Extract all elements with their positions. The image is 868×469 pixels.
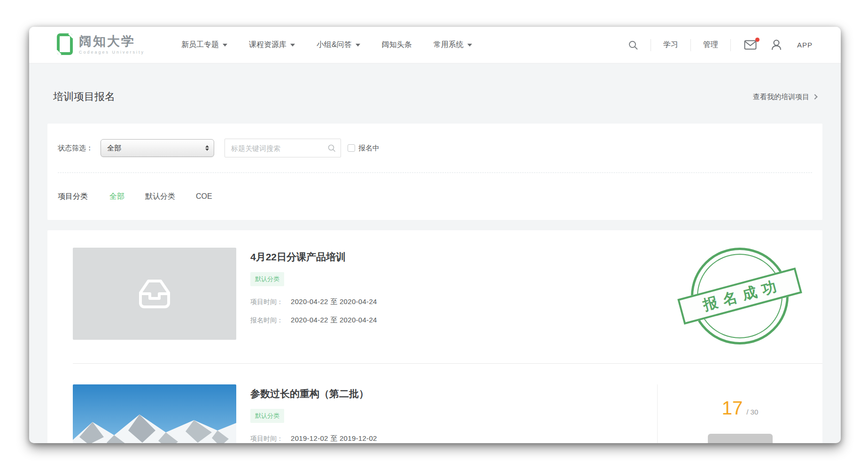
chevron-down-icon xyxy=(223,44,227,47)
status-select[interactable]: 全部 xyxy=(101,139,214,157)
app-link[interactable]: APP xyxy=(797,41,813,49)
chevron-right-icon xyxy=(812,94,817,99)
divider xyxy=(730,39,731,51)
nav-item-new-employee[interactable]: 新员工专题 xyxy=(181,40,227,50)
enrolling-checkbox[interactable] xyxy=(348,144,355,152)
messages-icon[interactable] xyxy=(744,40,757,50)
divider xyxy=(651,39,651,51)
status-filter-label: 状态筛选： xyxy=(58,144,93,153)
enrolled-success-stamp: 报名成功 xyxy=(691,248,789,344)
project-time-label: 项目时间： xyxy=(250,435,283,443)
project-category-tag: 默认分类 xyxy=(250,409,284,423)
capacity-count: / 30 xyxy=(746,408,758,416)
project-thumbnail-mountains[interactable] xyxy=(73,384,236,443)
main-nav: 新员工专题 课程资源库 小组&问答 阔知头条 常用系统 xyxy=(181,40,472,50)
chevron-down-icon xyxy=(467,44,472,47)
enrolling-checkbox-label: 报名中 xyxy=(358,144,380,153)
project-time-value: 2019-12-02 至 2019-12-02 xyxy=(291,434,377,443)
nav-item-groups-qa[interactable]: 小组&问答 xyxy=(317,40,360,50)
category-label: 项目分类 xyxy=(58,192,88,202)
page-title: 培训项目报名 xyxy=(53,90,115,104)
study-link[interactable]: 学习 xyxy=(663,40,678,50)
enroll-time-value: 2020-04-22 至 2020-04-24 xyxy=(291,316,377,325)
brand-name: 阔知大学 xyxy=(79,35,145,48)
user-profile-icon[interactable] xyxy=(771,39,782,51)
project-category-tag: 默认分类 xyxy=(250,272,284,286)
project-row: 4月22日分课产品培训 默认分类 项目时间： 2020-04-22 至 2020… xyxy=(47,248,822,344)
header-actions: 学习 管理 APP xyxy=(628,39,813,51)
category-coe[interactable]: COE xyxy=(196,192,212,201)
enrolled-count: 17 xyxy=(722,398,743,419)
brand-subtitle: Codeages University xyxy=(79,50,145,55)
project-thumbnail-placeholder[interactable] xyxy=(73,248,236,340)
category-all[interactable]: 全部 xyxy=(109,192,124,202)
keyword-search-box xyxy=(225,139,341,157)
nav-item-course-resources[interactable]: 课程资源库 xyxy=(249,40,295,50)
chevron-down-icon xyxy=(290,44,295,47)
project-title[interactable]: 4月22日分课产品培训 xyxy=(250,250,657,264)
category-default[interactable]: 默认分类 xyxy=(145,192,175,202)
enrollment-counter: 17 / 30 xyxy=(722,398,759,419)
app-window: 阔知大学 Codeages University 新员工专题 课程资源库 小组&… xyxy=(29,27,841,443)
divider xyxy=(73,363,822,364)
project-time-value: 2020-04-22 至 2020-04-24 xyxy=(291,297,377,306)
enrolling-filter[interactable]: 报名中 xyxy=(348,144,380,153)
enroll-time-label: 报名时间： xyxy=(250,316,283,325)
divider xyxy=(690,39,691,51)
search-icon[interactable] xyxy=(628,40,638,50)
category-filter: 项目分类 全部 默认分类 COE xyxy=(58,173,812,220)
project-title[interactable]: 参数过长的重构（第二批） xyxy=(250,387,657,400)
search-icon xyxy=(327,144,336,152)
chevron-down-icon xyxy=(356,44,360,47)
filter-panel: 状态筛选： 全部 报名中 项目分类 全部 xyxy=(47,124,822,220)
top-navbar: 阔知大学 Codeages University 新员工专题 课程资源库 小组&… xyxy=(29,27,841,63)
select-arrows-icon xyxy=(205,145,209,151)
project-row: 参数过长的重构（第二批） 默认分类 项目时间： 2019-12-02 至 201… xyxy=(47,384,822,443)
manage-link[interactable]: 管理 xyxy=(703,40,718,50)
nav-item-headlines[interactable]: 阔知头条 xyxy=(382,40,412,50)
inbox-icon xyxy=(133,277,176,311)
enroll-button[interactable] xyxy=(708,434,773,443)
status-select-value: 全部 xyxy=(107,144,205,153)
notification-badge xyxy=(755,38,760,42)
nav-item-common-systems[interactable]: 常用系统 xyxy=(434,40,472,50)
project-list: 4月22日分课产品培训 默认分类 项目时间： 2020-04-22 至 2020… xyxy=(47,230,822,443)
keyword-search-input[interactable] xyxy=(231,144,327,152)
brand-logo[interactable]: 阔知大学 Codeages University xyxy=(56,33,145,57)
project-time-label: 项目时间： xyxy=(250,298,283,306)
brand-logo-icon xyxy=(56,33,73,57)
my-training-projects-link[interactable]: 查看我的培训项目 xyxy=(753,93,817,102)
